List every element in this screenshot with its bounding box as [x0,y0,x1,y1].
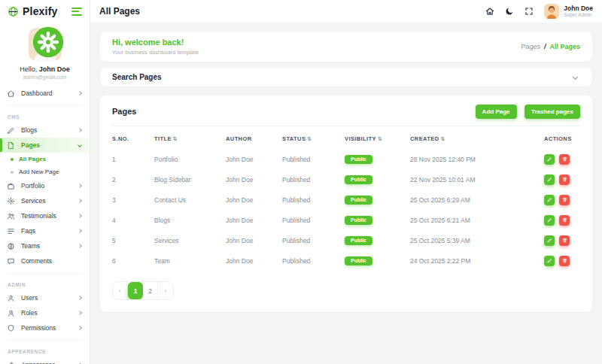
chevron-right-icon [78,311,82,315]
brand-logo: Plexify [0,0,90,23]
pagination-page-2[interactable]: 2 [143,282,158,299]
cell-created: 25 Oct 2025 5:39 AM [410,230,544,250]
sidebar-item-testimonials[interactable]: Testimonials [0,208,90,223]
cell-title: Portfolio [154,149,226,169]
welcome-subtitle: Your business dashboard template [112,49,199,56]
sidebar-subitem-add-new-page[interactable]: Add New Page [0,165,90,178]
edit-button[interactable] [544,154,555,165]
add-page-button[interactable]: Add Page [476,105,517,119]
sidebar-item-label: Blogs [21,126,72,134]
user-menu[interactable]: John Doe Super Admin [544,4,593,19]
delete-button[interactable] [559,174,570,185]
sort-icon[interactable]: ⇅ [173,136,178,141]
sidebar-item-label: Appearence [21,361,72,364]
pencil-icon [547,177,552,182]
sidebar-subitem-label: All Pages [19,156,83,162]
sidebar-item-services[interactable]: Services [0,193,90,208]
sidebar-item-roles[interactable]: Roles [0,305,90,320]
edit-button[interactable] [544,235,555,246]
card-title: Pages [112,107,136,116]
sidebar-item-teams[interactable]: Teams [0,238,90,253]
edit-button[interactable] [544,256,555,266]
cell-created: 22 Nov 2025 10:01 AM [410,169,544,190]
comment-icon [7,257,15,265]
main-content: Hi, welcome back! Your business dashboar… [90,23,602,364]
breadcrumb-parent[interactable]: Pages [521,43,540,50]
trashed-pages-button[interactable]: Trashed pages [524,105,580,119]
chevron-down-icon[interactable] [573,74,578,80]
gear-icon [7,197,15,205]
edit-button[interactable] [544,215,555,226]
moon-icon[interactable] [505,7,514,16]
cell-visibility: Public [345,250,410,271]
divider [8,105,82,106]
pagination-page-1[interactable]: 1 [128,282,143,299]
table-row: 2 Blog Sidebar John Doe Published Public… [112,169,580,190]
delete-button[interactable] [559,154,570,165]
brand-name: Plexify [23,5,68,17]
pencil-icon [547,238,552,243]
table-row: 4 Blogs John Doe Published Public 25 Oct… [112,210,580,230]
globe-logo-icon [8,6,19,17]
divider [8,273,82,274]
search-pages-panel[interactable]: Search Pages [100,68,592,86]
col-actions: ACTIONS [544,128,580,149]
edit-button[interactable] [544,174,555,185]
pages-table-card: Pages Add Page Trashed pages S.NO. TITLE… [100,96,592,312]
divider [8,340,82,341]
col-title[interactable]: TITLE⇅ [154,128,226,149]
col-author: AUTHOR [226,128,282,149]
cell-title: Team [154,250,226,271]
col-created[interactable]: CREATED⇅ [410,128,544,149]
breadcrumb: Pages / All Pages [521,43,580,50]
cell-status: Published [282,149,345,169]
delete-button[interactable] [559,195,570,205]
sidebar-item-dashboard[interactable]: Dashboard [0,86,90,101]
cell-status: Published [282,169,345,190]
cell-sno: 2 [112,169,154,190]
sort-icon[interactable]: ⇅ [378,136,382,141]
brush-icon [7,361,15,364]
sidebar-item-portfolio[interactable]: Portfolio [0,178,90,193]
delete-button[interactable] [559,215,570,226]
chevron-right-icon [78,244,82,248]
sidebar-item-blogs[interactable]: Blogs [0,123,90,138]
col-visibility[interactable]: VISIBILITY⇅ [345,128,410,149]
cell-status: Published [282,230,345,250]
trash-icon [562,197,567,202]
avatar [544,4,559,19]
sidebar-subitem-all-pages[interactable]: All Pages [0,153,90,165]
delete-button[interactable] [559,235,570,246]
menu-toggle-icon[interactable] [71,8,82,16]
sidebar-item-users[interactable]: Users [0,290,90,305]
sidebar-item-comments[interactable]: Comments [0,253,90,268]
sidebar-item-label: Roles [21,309,72,317]
sidebar-item-pages[interactable]: Pages [0,138,90,153]
cell-author: John Doe [226,250,282,271]
col-status[interactable]: STATUS⇅ [282,128,345,149]
status-badge: Public [345,216,372,225]
sidebar-item-faqs[interactable]: Faqs [0,223,90,238]
pagination-next[interactable]: › [158,282,173,299]
delete-button[interactable] [559,256,570,266]
cell-title: Blog Sidebar [154,169,226,190]
sidebar-item-permissions[interactable]: Permissions [0,320,90,335]
user-role: Super Admin [564,12,593,18]
sort-icon[interactable]: ⇅ [441,136,445,141]
section-label-cms: CMS [0,111,90,123]
table-row: 3 Contact Us John Doe Published Public 2… [112,190,580,210]
status-badge: Public [345,196,372,205]
sidebar-item-appearence[interactable]: Appearence [0,357,90,364]
chevron-right-icon [78,296,82,300]
breadcrumb-separator: / [544,43,546,50]
pagination-prev[interactable]: ‹ [113,282,128,299]
edit-button[interactable] [544,195,555,205]
pen-icon [7,126,15,135]
pencil-icon [547,258,552,263]
pencil-icon [547,197,552,202]
section-label-appearence: APPEARENCE [0,345,90,357]
sidebar-item-label: Pages [21,141,72,149]
sort-icon[interactable]: ⇅ [307,136,312,141]
fullscreen-icon[interactable] [524,7,534,16]
home-icon[interactable] [485,7,494,16]
